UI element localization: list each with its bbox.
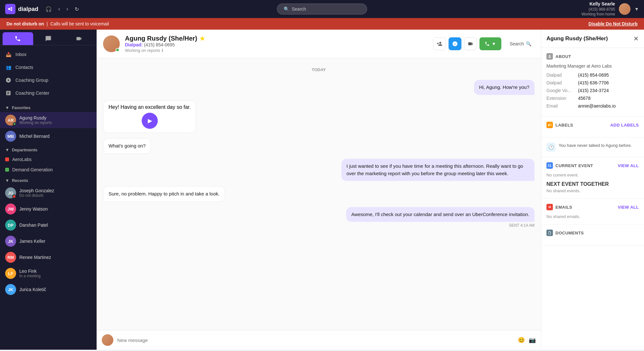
chevron-departments-icon: ▼	[5, 147, 9, 152]
favorites-label: Favorites	[12, 105, 31, 110]
contact-name-leo: Leo Fink	[19, 269, 91, 274]
recents-section-header[interactable]: ▼ Recents	[0, 175, 97, 185]
chevron-down-icon[interactable]: ▼	[634, 6, 639, 12]
call-btn-chevron: ▼	[492, 41, 496, 46]
chat-search[interactable]: Search 🔍	[507, 39, 535, 48]
avatar-darshan-patel: DP	[5, 220, 16, 231]
dept-aerolabs[interactable]: AeroLabs	[0, 154, 97, 165]
user-info: Kelly Searle (415) 968-8785 Working from…	[582, 1, 615, 17]
message-input[interactable]	[117, 337, 514, 343]
avatar-agung-rusdy: AR	[5, 115, 16, 126]
recent-leo-fink[interactable]: LF Leo Fink In a meeting	[0, 265, 97, 281]
labels-section-title: 🏷 LABELS Add labels	[546, 122, 639, 128]
tab-chat[interactable]	[33, 32, 64, 45]
panel-header: Agung Rusdy (She/Her) ✕	[541, 30, 644, 48]
close-panel-button[interactable]: ✕	[633, 35, 639, 43]
contact-info-jurica: Jurica Koletič	[19, 287, 91, 292]
forward-button[interactable]: ›	[64, 4, 70, 14]
about-section: ABOUT Marketing Manager at Aero Labs Dia…	[541, 48, 644, 117]
chat-header: Agung Rusdy (She/Her) ★ Dialpad: (415) 8…	[97, 30, 541, 58]
dnd-bold-text: Do not disturb on	[6, 21, 44, 26]
bubble-1: Hi, Agung. How're you?	[474, 80, 535, 95]
recent-darshan-patel[interactable]: DP Darshan Patel	[0, 217, 97, 233]
logo: dialpad	[5, 4, 38, 14]
contact-name-jurica: Jurica Koletič	[19, 287, 91, 292]
coaching-group-label: Coaching Group	[15, 78, 48, 83]
chat-input-area: 😊 📷	[97, 330, 541, 350]
sidebar-nav: 📥 Inbox 👥 Contacts Coaching Group Coachi…	[0, 45, 97, 102]
chat-body: TODAY Hi, Agung. How're you? Hey! Having…	[97, 58, 541, 330]
main-layout: 📥 Inbox 👥 Contacts Coaching Group Coachi…	[0, 30, 644, 350]
favorites-section-header[interactable]: ▼ Favorites	[0, 102, 97, 112]
disable-dnd-link[interactable]: Disable Do Not Disturb	[589, 21, 638, 26]
info-button[interactable]	[449, 37, 461, 50]
headset-button[interactable]: 🎧	[43, 4, 54, 14]
contact-info-jenny: Jenny Watson	[19, 206, 91, 212]
call-button[interactable]: ▼	[479, 37, 501, 50]
star-icon[interactable]: ★	[200, 35, 205, 42]
chat-actions: ▼	[433, 37, 501, 50]
play-button[interactable]: ▶	[142, 113, 158, 129]
recent-joseph-gonzalez[interactable]: JG Joseph Gonzalez Do not disturb	[0, 185, 97, 201]
play-icon: ▶	[148, 117, 152, 124]
documents-section: DOCUMENTS	[541, 224, 644, 245]
message-6: Awesome, I'll check out your calendar an…	[103, 207, 535, 228]
never-talked-info: 🕐 You have never talked to Agung before.	[546, 143, 639, 152]
search-label: Search	[292, 6, 306, 12]
avatar[interactable]	[619, 3, 630, 15]
departments-label: Departments	[12, 147, 37, 152]
job-title: Marketing Manager at Aero Labs	[546, 63, 639, 69]
inbox-icon: 📥	[5, 51, 12, 58]
online-status-dot	[13, 122, 16, 126]
emoji-icon[interactable]: 😊	[518, 337, 525, 344]
date-divider: TODAY	[103, 67, 535, 72]
camera-icon[interactable]: 📷	[529, 337, 536, 344]
view-all-emails[interactable]: View all	[618, 205, 639, 210]
sidebar-item-coaching-center[interactable]: Coaching Center	[0, 87, 97, 100]
chevron-recents-icon: ▼	[5, 178, 9, 183]
video-call-button[interactable]	[464, 37, 477, 50]
aerolabs-color-dot	[5, 157, 9, 161]
view-all-events[interactable]: View all	[618, 163, 639, 168]
contact-info-james: James Keller	[19, 239, 91, 244]
avatar-michel-bernard: MB	[5, 131, 16, 142]
back-button[interactable]: ‹	[56, 4, 62, 14]
recent-james-keller[interactable]: JK James Keller	[0, 233, 97, 249]
contact-status-leo: In a meeting	[19, 274, 91, 278]
contact-info-darshan: Darshan Patel	[19, 223, 91, 228]
dept-demand-gen[interactable]: Demand Generation	[0, 165, 97, 175]
refresh-button[interactable]: ↻	[73, 4, 81, 14]
recents-label: Recents	[12, 178, 28, 183]
recent-jenny-watson[interactable]: JW Jenny Watson	[0, 201, 97, 217]
panel-contact-name: Agung Rusdy (She/Her)	[546, 35, 608, 42]
tab-video[interactable]	[63, 32, 94, 45]
contact-info-agung: Agung Rusdy Working on reports	[19, 115, 91, 125]
svg-point-1	[11, 7, 12, 9]
info-row-2: Google Vo... (415) 234-3724	[546, 88, 639, 93]
info-row-4: Email annie@aerolabs.io	[546, 103, 639, 109]
add-labels-button[interactable]: Add labels	[610, 123, 639, 128]
add-contact-button[interactable]	[433, 37, 446, 50]
documents-section-title: DOCUMENTS	[546, 230, 639, 236]
current-event-title-left: 31 CURRENT EVENT	[546, 162, 593, 169]
msg-audio-bubble: Hey! Having an excellent day so far. ▶	[103, 100, 196, 133]
coaching-center-icon	[5, 90, 12, 96]
contact-info-michel: Michel Bernard	[19, 134, 91, 139]
bubble-4: I just wanted to see if you have time fo…	[341, 159, 535, 181]
sidebar-item-inbox[interactable]: 📥 Inbox	[0, 48, 97, 61]
favorite-agung-rusdy[interactable]: AR Agung Rusdy Working on reports	[0, 112, 97, 128]
recent-renee-martinez[interactable]: RM Renee Martinez	[0, 249, 97, 265]
avatar-leo-fink: LF	[5, 268, 16, 279]
avatar-joseph-gonzalez: JG	[5, 187, 16, 198]
favorite-michel-bernard[interactable]: MB Michel Bernard	[0, 128, 97, 144]
global-search[interactable]: 🔍 Search	[277, 4, 367, 14]
departments-section-header[interactable]: ▼ Departments	[0, 144, 97, 154]
tab-phone[interactable]	[3, 32, 33, 45]
sidebar-item-contacts[interactable]: 👥 Contacts	[0, 61, 97, 74]
info-row-1: Dialpad (415) 636-7706	[546, 80, 639, 85]
contacts-label: Contacts	[15, 65, 33, 70]
contact-status-joseph: Do not disturb	[19, 193, 91, 198]
sidebar-item-coaching-group[interactable]: Coaching Group	[0, 74, 97, 87]
never-talked-text: You have never talked to Agung before.	[559, 143, 632, 148]
recent-jurica-koletic[interactable]: JK Jurica Koletič	[0, 281, 97, 298]
